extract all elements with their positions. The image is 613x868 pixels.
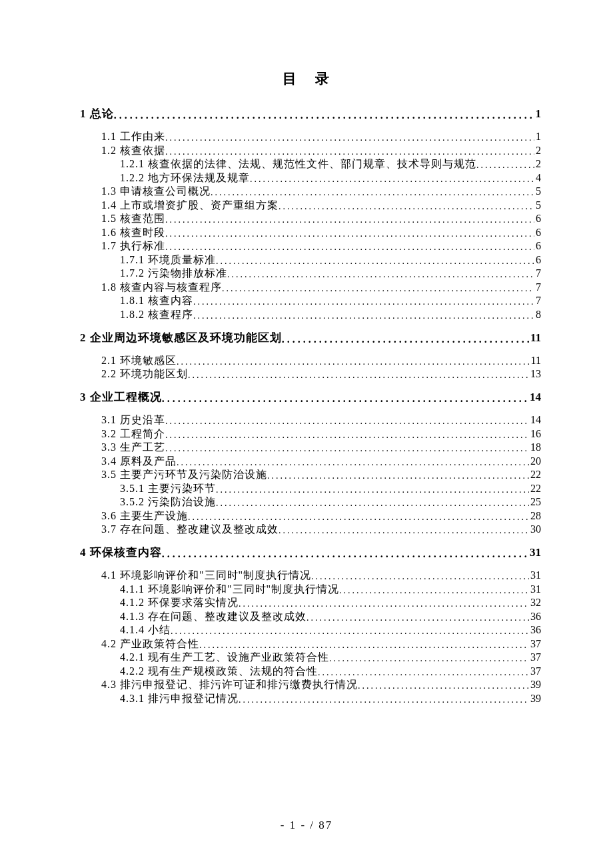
toc-entry-page: 11 bbox=[530, 355, 541, 366]
toc-dots bbox=[177, 357, 530, 366]
toc-entry: 3.1 历史沿革14 bbox=[80, 415, 541, 425]
toc-dots bbox=[162, 393, 528, 403]
toc-entry-label: 1.1 工作由来 bbox=[101, 131, 165, 142]
toc-dots bbox=[165, 243, 534, 251]
toc-entry-page: 39 bbox=[529, 679, 541, 690]
toc-entry: 4.1.2 环保要求落实情况32 bbox=[80, 597, 541, 608]
toc-entry-page: 18 bbox=[529, 442, 541, 453]
toc-dots bbox=[114, 110, 534, 119]
toc-entry-page: 28 bbox=[529, 511, 541, 521]
toc-entry-label: 1.4 上市或增资扩股、资产重组方案 bbox=[101, 200, 279, 211]
toc-entry-label: 1.2 核查依据 bbox=[101, 145, 165, 156]
toc-entry: 3 企业工程概况14 bbox=[80, 391, 541, 403]
toc-entry-page: 39 bbox=[529, 693, 541, 704]
toc-entry-label: 2.2 环境功能区划 bbox=[101, 369, 188, 379]
toc-entry: 4.1.3 存在问题、整改建议及整改成效36 bbox=[80, 611, 541, 622]
toc-dots bbox=[165, 229, 534, 238]
toc-dots bbox=[165, 417, 529, 425]
toc-entry-page: 2 bbox=[534, 145, 541, 156]
toc-entry: 2.2 环境功能区划13 bbox=[80, 369, 541, 379]
toc-entry-page: 14 bbox=[528, 391, 541, 403]
toc-dots bbox=[165, 133, 534, 142]
toc-entry-page: 6 bbox=[534, 227, 541, 238]
toc-entry-label: 4.1.2 环保要求落实情况 bbox=[120, 597, 239, 608]
toc-entry-page: 32 bbox=[529, 597, 541, 608]
toc-dots bbox=[177, 458, 529, 467]
toc-dots bbox=[216, 499, 529, 507]
toc-entry-page: 22 bbox=[529, 483, 541, 494]
toc-dots bbox=[188, 513, 529, 521]
toc-entry-label: 2.1 环境敏感区 bbox=[101, 355, 177, 366]
toc-title: 目录 bbox=[89, 69, 541, 88]
toc-entry-page: 8 bbox=[534, 309, 541, 320]
toc-entry: 1.8.1 核查内容7 bbox=[80, 295, 541, 306]
toc-entry: 1.7 执行标准6 bbox=[80, 241, 541, 251]
toc-entry-label: 3.3 生产工艺 bbox=[101, 442, 165, 453]
toc-dots bbox=[199, 641, 529, 649]
toc-entry-page: 30 bbox=[529, 524, 541, 535]
toc-dots bbox=[279, 202, 534, 211]
toc-dots bbox=[165, 215, 534, 224]
toc-entry-label: 1.6 核查时段 bbox=[101, 227, 165, 238]
toc-entry-label: 4.3.1 排污申报登记情况 bbox=[120, 693, 239, 704]
toc-entry: 4.3 排污申报登记、排污许可证和排污缴费执行情况39 bbox=[80, 679, 541, 690]
toc-entry: 4.3.1 排污申报登记情况39 bbox=[80, 693, 541, 704]
toc-entry-label: 1.5 核查范围 bbox=[101, 213, 165, 224]
toc-entry-label: 4.2.2 现有生产规模政策、法规的符合性 bbox=[120, 666, 318, 677]
toc-entry-page: 7 bbox=[534, 295, 541, 306]
toc-entry: 1.5 核查范围6 bbox=[80, 213, 541, 224]
toc-entry-page: 20 bbox=[529, 456, 541, 467]
toc-entry-label: 3.5 主要产污环节及污染防治设施 bbox=[101, 469, 267, 480]
toc-entry: 1.2.2 地方环保法规及规章4 bbox=[80, 173, 541, 183]
toc-entry-label: 1.2.2 地方环保法规及规章 bbox=[120, 173, 250, 183]
toc-entry-page: 31 bbox=[529, 570, 541, 581]
toc-entry: 3.4 原料及产品20 bbox=[80, 456, 541, 467]
toc-entry-label: 3.5.1 主要污染环节 bbox=[120, 483, 216, 494]
toc-entry-page: 2 bbox=[534, 159, 541, 169]
toc-entry-page: 11 bbox=[529, 332, 541, 343]
toc-dots bbox=[282, 334, 529, 343]
toc-entry: 1.1 工作由来1 bbox=[80, 131, 541, 142]
toc-entry: 4.2.2 现有生产规模政策、法规的符合性37 bbox=[80, 666, 541, 677]
toc-dots bbox=[216, 257, 534, 265]
toc-entry-label: 4 环保核查内容 bbox=[80, 547, 162, 558]
toc-dots bbox=[227, 270, 534, 279]
toc-entry-label: 3.7 存在问题、整改建议及整改成效 bbox=[101, 524, 279, 535]
toc-entry: 1.7.1 环境质量标准6 bbox=[80, 255, 541, 265]
toc-entry: 1.2 核查依据2 bbox=[80, 145, 541, 156]
toc-entry-label: 4.1 环境影响评价和"三同时"制度执行情况 bbox=[101, 570, 311, 581]
toc-entry-label: 4.1.3 存在问题、整改建议及整改成效 bbox=[120, 611, 306, 622]
toc-entry-label: 1 总论 bbox=[80, 108, 114, 119]
toc-dots bbox=[279, 526, 529, 535]
toc-dots bbox=[216, 485, 529, 494]
toc-entry-label: 3.1 历史沿革 bbox=[101, 415, 165, 425]
toc-entry-label: 2 企业周边环境敏感区及环境功能区划 bbox=[80, 332, 282, 343]
toc-entry-label: 1.7 执行标准 bbox=[101, 241, 165, 251]
toc-entry-page: 31 bbox=[529, 584, 541, 595]
toc-entry-label: 4.3 排污申报登记、排污许可证和排污缴费执行情况 bbox=[101, 679, 358, 690]
toc-entry-page: 7 bbox=[534, 268, 541, 279]
toc-entry-label: 1.8.1 核查内容 bbox=[120, 295, 193, 306]
toc-entry-label: 1.8 核查内容与核查程序 bbox=[101, 282, 222, 293]
toc-dots bbox=[222, 284, 534, 293]
toc-dots bbox=[171, 627, 529, 635]
toc-entry: 3.3 生产工艺18 bbox=[80, 442, 541, 453]
toc-dots bbox=[239, 599, 529, 608]
toc-entry: 4.2.1 现有生产工艺、设施产业政策符合性37 bbox=[80, 652, 541, 663]
toc-dots bbox=[165, 147, 534, 156]
toc-entry: 1.8.2 核查程序8 bbox=[80, 309, 541, 320]
toc-dots bbox=[165, 444, 529, 453]
toc-dots bbox=[267, 471, 529, 480]
toc-entry-page: 6 bbox=[534, 241, 541, 251]
toc-entry-page: 25 bbox=[529, 497, 541, 507]
toc-entry: 4 环保核查内容31 bbox=[80, 547, 541, 558]
toc-dots bbox=[165, 431, 529, 439]
toc-dots bbox=[193, 311, 534, 320]
toc-dots bbox=[250, 175, 534, 183]
toc-dots bbox=[339, 586, 529, 595]
toc-entry-page: 1 bbox=[534, 131, 541, 142]
page-footer: - 1 - / 87 bbox=[0, 819, 613, 832]
toc-entry-page: 6 bbox=[534, 255, 541, 265]
toc-entry: 1.3 申请核查公司概况5 bbox=[80, 186, 541, 197]
toc-entry-label: 3.4 原料及产品 bbox=[101, 456, 177, 467]
